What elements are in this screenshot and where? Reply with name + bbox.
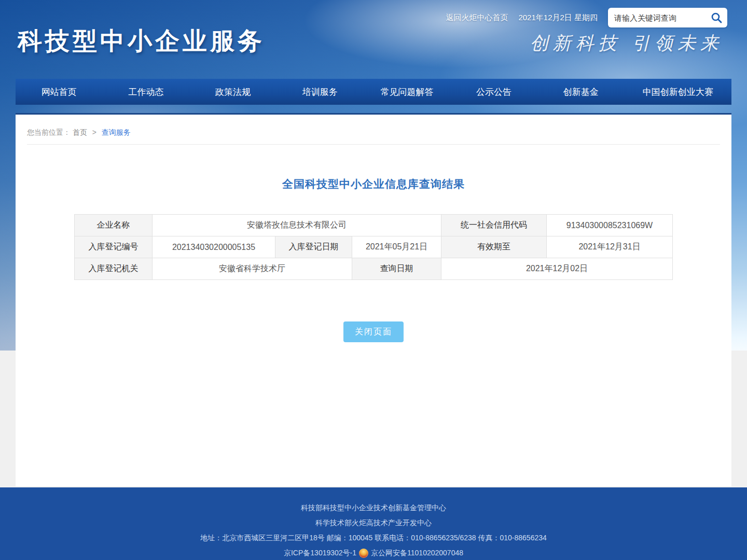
close-page-button[interactable]: 关闭页面 — [343, 321, 404, 342]
nav-item-training[interactable]: 培训服务 — [276, 86, 364, 98]
nav-item-innovation-competition[interactable]: 中国创新创业大赛 — [624, 86, 731, 98]
query-date-value: 2021年12月02日 — [441, 258, 673, 280]
main-nav: 网站首页 工作动态 政策法规 培训服务 常见问题解答 公示公告 创新基金 中国创… — [16, 79, 731, 105]
page-title: 全国科技型中小企业信息库查询结果 — [16, 177, 731, 191]
valid-until-label: 有效期至 — [441, 236, 547, 258]
reg-number-value: 202134030200005135 — [152, 236, 275, 258]
search-icon[interactable] — [710, 11, 723, 24]
breadcrumb-home-link[interactable]: 首页 — [73, 128, 87, 136]
icp-license-link[interactable]: 京ICP备13019302号-1 — [284, 549, 356, 558]
breadcrumb: 您当前位置： 首页 > 查询服务 — [27, 115, 720, 145]
nav-item-policies[interactable]: 政策法规 — [189, 86, 276, 98]
nav-item-faq[interactable]: 常见问题解答 — [364, 86, 451, 98]
reg-date-value: 2021年05月21日 — [352, 236, 441, 258]
current-date: 2021年12月2日 星期四 — [518, 13, 598, 23]
nav-item-announcements[interactable]: 公示公告 — [450, 86, 537, 98]
police-registration-link[interactable]: 京公网安备11010202007048 — [371, 549, 463, 558]
breadcrumb-separator: > — [92, 128, 96, 136]
site-logo: 科技型中小企业服务 — [18, 25, 265, 58]
query-result-table: 企业名称 安徽塔孜信息技术有限公司 统一社会信用代码 9134030008523… — [74, 214, 673, 280]
police-badge-icon — [359, 549, 368, 558]
nav-item-work-news[interactable]: 工作动态 — [103, 86, 190, 98]
credit-code-value: 91340300085231069W — [547, 215, 673, 236]
breadcrumb-current-link[interactable]: 查询服务 — [102, 128, 131, 136]
table-row: 入库登记机关 安徽省科学技术厅 查询日期 2021年12月02日 — [74, 258, 672, 280]
reg-number-label: 入库登记编号 — [74, 236, 152, 258]
reg-org-value: 安徽省科学技术厅 — [152, 258, 352, 280]
reg-date-label: 入库登记日期 — [275, 236, 352, 258]
nav-item-home[interactable]: 网站首页 — [16, 86, 103, 98]
company-name-value: 安徽塔孜信息技术有限公司 — [152, 215, 441, 236]
top-utility-bar: 返回火炬中心首页 2021年12月2日 星期四 — [446, 7, 727, 28]
nav-item-innovation-fund[interactable]: 创新基金 — [537, 86, 625, 98]
site-slogan: 创新科技 引领未来 — [530, 31, 723, 55]
credit-code-label: 统一社会信用代码 — [441, 215, 547, 236]
footer-org-line1: 科技部科技型中小企业技术创新基金管理中心 — [0, 503, 747, 512]
search-box[interactable] — [608, 8, 727, 27]
footer-contact-line: 地址：北京市西城区三里河二区甲18号 邮编：100045 联系电话：010-88… — [0, 534, 747, 542]
footer: 科技部科技型中小企业技术创新基金管理中心 科学技术部火炬高技术产业开发中心 地址… — [0, 487, 747, 560]
footer-registration-line: 京ICP备13019302号-1 京公网安备11010202007048 — [0, 549, 747, 558]
search-input[interactable] — [614, 13, 710, 22]
site-header: 返回火炬中心首页 2021年12月2日 星期四 科技型中小企业服务 创新科技 引… — [0, 0, 747, 79]
reg-org-label: 入库登记机关 — [74, 258, 152, 280]
breadcrumb-prefix: 您当前位置： — [27, 128, 71, 136]
company-name-label: 企业名称 — [74, 215, 152, 236]
query-date-label: 查询日期 — [352, 258, 441, 280]
footer-org-line2: 科学技术部火炬高技术产业开发中心 — [0, 519, 747, 527]
content-panel: 您当前位置： 首页 > 查询服务 全国科技型中小企业信息库查询结果 企业名称 安… — [16, 113, 731, 486]
table-row: 企业名称 安徽塔孜信息技术有限公司 统一社会信用代码 9134030008523… — [74, 215, 672, 236]
torch-center-home-link[interactable]: 返回火炬中心首页 — [446, 13, 508, 23]
table-row: 入库登记编号 202134030200005135 入库登记日期 2021年05… — [74, 236, 672, 258]
valid-until-value: 2021年12月31日 — [547, 236, 673, 258]
